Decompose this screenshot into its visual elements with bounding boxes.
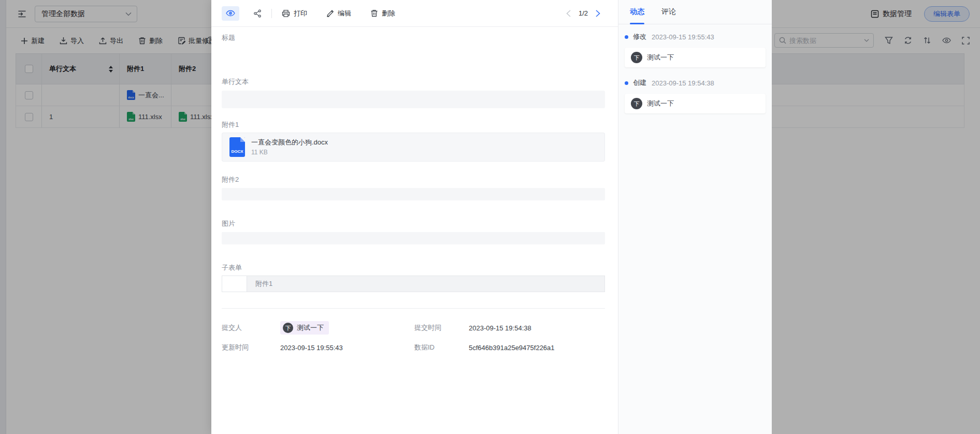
meta-row: 更新时间 2023-09-15 19:55:43 数据ID 5cf646b391…	[222, 340, 605, 355]
data-id-label: 数据ID	[414, 343, 469, 352]
tab-comments[interactable]: 评论	[661, 0, 676, 24]
modal-header: 打印 编辑 删除	[211, 0, 618, 27]
field-label-file2: 附件2	[222, 176, 605, 183]
event-user-card[interactable]: 下 测试一下	[625, 94, 766, 113]
event-user-card[interactable]: 下 测试一下	[625, 48, 766, 67]
subform-index-cell	[222, 276, 247, 292]
submitter-value: 下 测试一下	[280, 321, 414, 335]
trash-icon	[370, 9, 378, 17]
edit-record-label: 编辑	[338, 9, 351, 18]
activity-event: 创建 2023-09-15 19:54:38 下 测试一下	[625, 79, 766, 113]
prev-record-icon[interactable]	[566, 10, 571, 17]
attachment-info: 一直会变颜色的小狗.docx 11 KB	[251, 138, 328, 156]
submitter-label: 提交人	[222, 323, 280, 332]
pager-position: 1/2	[579, 9, 588, 17]
view-mode-button[interactable]	[222, 6, 239, 21]
timeline-dot	[625, 35, 628, 39]
print-button[interactable]: 打印	[282, 9, 307, 18]
print-icon	[282, 9, 290, 18]
print-label: 打印	[294, 9, 307, 18]
panel-tabs: 动态 评论	[618, 0, 772, 24]
record-pager: 1/2	[566, 9, 600, 17]
section-divider	[222, 308, 605, 309]
field-label-title: 标题	[222, 34, 605, 41]
delete-record-button[interactable]: 删除	[370, 9, 395, 18]
submit-time-value: 2023-09-15 19:54:38	[469, 324, 605, 332]
subform-column-header: 附件1	[247, 276, 604, 292]
attachment-size: 11 KB	[251, 149, 328, 156]
meta-row: 提交人 下 测试一下 提交时间 2023-09-15 19:54:38	[222, 320, 605, 336]
event-action: 创建	[633, 78, 646, 88]
timeline-dot	[625, 81, 628, 85]
field-label-text: 单行文本	[222, 78, 605, 85]
share-icon[interactable]	[253, 9, 262, 18]
submitter-name: 测试一下	[297, 323, 324, 332]
field-label-image: 图片	[222, 220, 605, 227]
next-record-icon[interactable]	[596, 10, 600, 17]
file-icon-ext: DOCX	[231, 149, 243, 154]
docx-file-icon: DOCX	[229, 137, 245, 157]
event-time: 2023-09-15 19:55:43	[652, 33, 714, 41]
avatar: 下	[631, 52, 642, 63]
avatar: 下	[631, 98, 642, 109]
field-value-image-empty	[222, 232, 605, 244]
activity-event: 修改 2023-09-15 19:55:43 下 测试一下	[625, 33, 766, 67]
tab-activity[interactable]: 动态	[630, 0, 644, 24]
avatar: 下	[283, 323, 293, 333]
record-meta: 提交人 下 测试一下 提交时间 2023-09-15 19:54:38 更新时间…	[222, 320, 605, 355]
app-screen: 管理全部数据 数据管理 编辑表单	[0, 0, 980, 434]
event-header: 修改 2023-09-15 19:55:43	[625, 33, 766, 41]
field-value-file2-empty	[222, 188, 605, 200]
update-time-label: 更新时间	[222, 343, 280, 352]
attachment-card[interactable]: DOCX 一直会变颜色的小狗.docx 11 KB	[222, 133, 605, 162]
field-value-title-empty	[222, 41, 605, 78]
edit-record-button[interactable]: 编辑	[326, 9, 351, 18]
event-user-name: 测试一下	[647, 99, 674, 108]
event-time: 2023-09-15 19:54:38	[652, 79, 714, 87]
submitter-pill[interactable]: 下 测试一下	[280, 321, 329, 335]
attachment-name: 一直会变颜色的小狗.docx	[251, 138, 328, 146]
data-id-value: 5cf646b391a25e9475f226a1	[469, 344, 605, 352]
event-header: 创建 2023-09-15 19:54:38	[625, 79, 766, 87]
record-detail-modal: 打印 编辑 删除	[211, 0, 618, 434]
pencil-icon	[326, 9, 334, 17]
field-value-text-empty	[222, 91, 605, 108]
activity-timeline: 修改 2023-09-15 19:55:43 下 测试一下 创建 2023-09…	[618, 24, 772, 113]
update-time-value: 2023-09-15 19:55:43	[280, 344, 414, 352]
field-label-file1: 附件1	[222, 121, 605, 128]
event-user-name: 测试一下	[647, 53, 674, 62]
event-action: 修改	[633, 32, 646, 41]
subform-table: 附件1	[222, 276, 605, 292]
activity-panel: 动态 评论 修改 2023-09-15 19:55:43 下 测试一下 创建	[618, 0, 772, 434]
header-divider	[271, 9, 272, 18]
delete-record-label: 删除	[382, 9, 395, 18]
submit-time-label: 提交时间	[414, 323, 469, 332]
field-label-subform: 子表单	[222, 264, 605, 271]
modal-body: 标题 单行文本 附件1 DOCX 一直会变颜色的小狗.docx 11 KB 附件…	[211, 34, 618, 355]
